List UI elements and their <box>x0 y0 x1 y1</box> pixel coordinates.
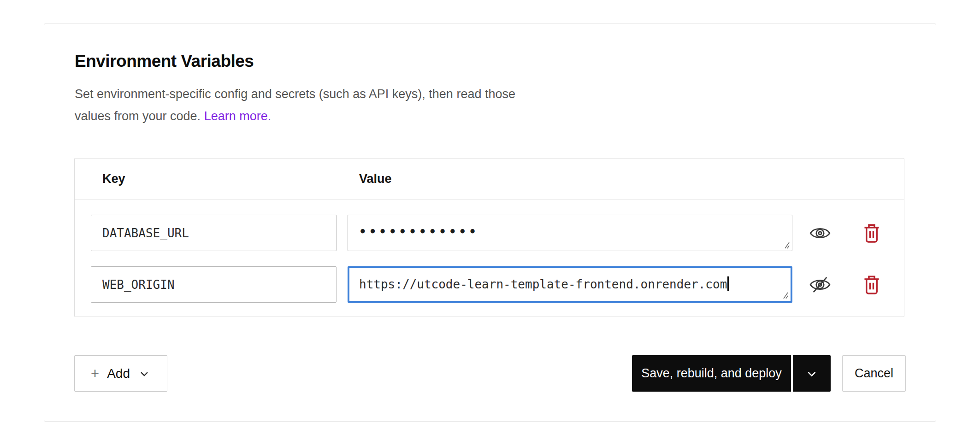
environment-variables-panel: Environment Variables Set environment-sp… <box>44 23 936 422</box>
delete-variable-button[interactable] <box>860 220 883 246</box>
eye-icon <box>809 225 831 241</box>
save-rebuild-deploy-button[interactable]: Save, rebuild, and deploy <box>632 355 791 392</box>
env-key-input-web-origin[interactable] <box>91 266 337 303</box>
cancel-button[interactable]: Cancel <box>842 355 906 392</box>
chevron-down-icon <box>138 367 151 380</box>
reveal-value-button[interactable] <box>807 223 833 244</box>
env-value-text: https://utcode-learn-template-frontend.o… <box>359 277 727 291</box>
save-button-label: Save, rebuild, and deploy <box>641 366 782 381</box>
env-vars-table-header: Key Value <box>75 158 904 200</box>
value-column-header: Value <box>359 158 392 199</box>
add-variable-button[interactable]: + Add <box>74 355 167 392</box>
key-column-header: Key <box>102 158 125 199</box>
panel-description: Set environment-specific config and secr… <box>75 83 515 127</box>
masked-value-text: •••••••••••• <box>359 225 479 239</box>
description-line-1: Set environment-specific config and secr… <box>75 83 515 105</box>
chevron-down-icon <box>805 367 819 381</box>
hide-value-button[interactable] <box>807 273 833 296</box>
learn-more-link[interactable]: Learn more. <box>204 109 272 123</box>
cancel-button-label: Cancel <box>855 366 893 381</box>
trash-icon <box>863 223 880 243</box>
env-value-input-database-url[interactable]: •••••••••••• <box>348 215 792 251</box>
trash-icon <box>863 275 880 295</box>
env-value-input-web-origin[interactable]: https://utcode-learn-template-frontend.o… <box>348 266 792 303</box>
plus-icon: + <box>91 365 99 382</box>
env-key-input-database-url[interactable] <box>91 215 337 251</box>
save-options-dropdown-button[interactable] <box>793 355 831 392</box>
text-cursor <box>727 276 729 291</box>
eye-off-icon <box>809 276 831 293</box>
resize-handle[interactable] <box>783 241 790 249</box>
env-vars-table: Key Value •••••••••••• <box>74 158 904 317</box>
description-line-2: values from your code. <box>75 109 201 123</box>
page-title: Environment Variables <box>75 52 254 71</box>
add-button-label: Add <box>107 366 130 381</box>
delete-variable-button[interactable] <box>860 272 883 298</box>
resize-handle[interactable] <box>781 292 789 299</box>
